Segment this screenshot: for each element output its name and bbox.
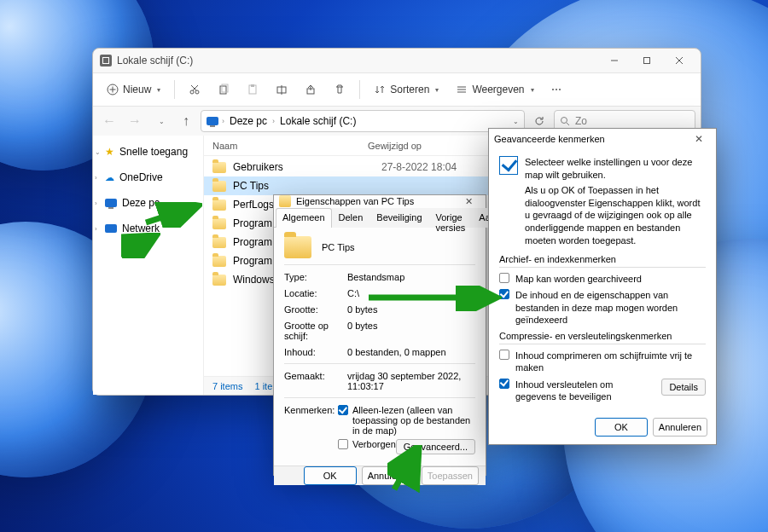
window-title: Lokale schijf (C:) [117,55,193,66]
column-name[interactable]: Naam [212,141,368,151]
tab-previous[interactable]: Vorige versies [429,208,473,228]
svg-point-21 [561,118,567,124]
tab-security[interactable]: Beveiliging [369,208,428,228]
maximize-button[interactable] [631,50,663,71]
cut-button[interactable] [182,77,207,102]
new-button[interactable]: Nieuw▾ [100,77,167,102]
folder-icon [284,236,311,258]
trash-icon [334,84,346,95]
drive-icon [207,117,218,125]
advanced-attributes-dialog: Geavanceerde kenmerken ✕ Selecteer welke… [488,128,717,445]
apply-button[interactable]: Toepassen [422,466,479,485]
sort-icon [374,84,386,95]
ok-button[interactable]: OK [595,418,648,437]
folder-icon [212,200,226,211]
nav-forward[interactable]: → [124,110,146,132]
sidebar-item-quick[interactable]: ⌄★Snelle toegang [93,142,203,161]
nav-back[interactable]: ← [98,110,120,132]
view-icon [456,84,468,95]
size-value: 0 bytes [347,304,475,315]
folder-icon [212,162,226,173]
close-button[interactable] [663,50,695,71]
folder-icon [212,218,226,229]
folder-icon [279,195,291,207]
nav-up[interactable]: ↑ [175,110,197,132]
created-value: vrijdag 30 september 2022, 11:03:17 [347,371,475,391]
star-icon: ★ [105,146,114,158]
sidebar-item-thispc[interactable]: ›Deze pc [93,194,203,212]
sort-button[interactable]: Sorteren▾ [367,77,445,102]
share-button[interactable] [298,77,323,102]
sidebar-item-network[interactable]: ›Netwerk [93,219,203,238]
adv-titlebar[interactable]: Geavanceerde kenmerken ✕ [489,129,716,149]
properties-dialog: Eigenschappen van PC Tips ✕ Algemeen Del… [273,194,486,476]
adv-title: Geavanceerde kenmerken [494,134,605,144]
svg-rect-1 [644,58,650,64]
archive-checkbox[interactable] [499,273,509,283]
folder-icon [212,181,226,192]
close-button[interactable]: ✕ [687,133,711,145]
folder-icon [212,237,226,248]
search-icon [560,116,570,126]
rename-button[interactable] [269,77,294,102]
properties-title: Eigenschappen van PC Tips [296,196,414,206]
breadcrumb-thispc[interactable]: Deze pc [228,115,269,127]
paste-icon [247,84,259,95]
checkmark-icon [499,156,518,175]
contents-value: 0 bestanden, 0 mappen [347,347,475,357]
folder-name-input[interactable] [322,240,475,255]
svg-point-7 [190,90,194,94]
explorer-toolbar: Nieuw▾ Sorteren▾ Weergeven▾ ⋯ [93,72,701,107]
close-button[interactable]: ✕ [457,196,480,207]
pc-icon [105,199,117,207]
hidden-checkbox[interactable] [338,439,348,449]
rename-icon [276,84,288,95]
delete-button[interactable] [327,77,352,102]
explorer-titlebar[interactable]: Lokale schijf (C:) [93,49,701,72]
svg-rect-11 [220,86,226,94]
properties-titlebar[interactable]: Eigenschappen van PC Tips ✕ [274,195,486,207]
svg-point-8 [195,90,199,94]
drive-icon [100,55,112,66]
copy-button[interactable] [211,77,236,102]
cancel-button[interactable]: Annuleren [653,418,707,437]
scissors-icon [189,84,201,95]
group-archive: Archief- en indexkenmerken [499,254,706,268]
properties-tabs: Algemeen Delen Beveiliging Vorige versie… [274,207,486,228]
adv-intro: Selecteer welke instellingen u voor deze… [525,156,706,247]
index-checkbox[interactable] [499,289,509,299]
cancel-button[interactable]: Annuleren [362,466,416,485]
type-value: Bestandsmap [347,272,475,282]
minimize-button[interactable] [598,50,631,71]
ok-button[interactable]: OK [304,466,357,485]
group-compress: Compressie- en versleutelingskenmerken [499,331,706,344]
folder-icon [212,275,226,286]
tab-share[interactable]: Delen [332,208,370,228]
compress-checkbox[interactable] [499,350,509,360]
advanced-button[interactable]: Geavanceerd... [396,439,475,454]
svg-rect-14 [251,84,254,87]
view-button[interactable]: Weergeven▾ [449,77,540,102]
tab-general[interactable]: Algemeen [276,208,332,228]
location-value: C:\ [347,288,475,298]
readonly-checkbox[interactable] [338,405,348,415]
network-icon [105,224,117,233]
folder-icon [212,256,226,267]
readonly-label: Alleen-lezen (alleen van toepassing op d… [352,405,475,436]
svg-rect-12 [222,84,228,92]
navigation-pane: ⌄★Snelle toegang ›☁OneDrive ›Deze pc ›Ne… [93,136,204,395]
encrypt-checkbox[interactable] [499,379,509,389]
hidden-label: Verborgen [352,439,396,454]
details-button[interactable]: Details [661,379,706,396]
more-button[interactable]: ⋯ [544,77,568,102]
nav-recent[interactable]: ⌄ [149,110,172,132]
cloud-icon: ☁ [105,172,114,183]
address-bar[interactable]: › Deze pc › Lokale schijf (C:) ⌄ [201,110,525,132]
breadcrumb-drive[interactable]: Lokale schijf (C:) [278,115,358,127]
copy-icon [218,84,230,95]
size-on-disk-value: 0 bytes [347,321,475,331]
share-icon [305,84,317,95]
paste-button[interactable] [240,77,265,102]
sidebar-item-onedrive[interactable]: ›☁OneDrive [93,168,203,187]
status-count: 7 items [212,381,242,391]
